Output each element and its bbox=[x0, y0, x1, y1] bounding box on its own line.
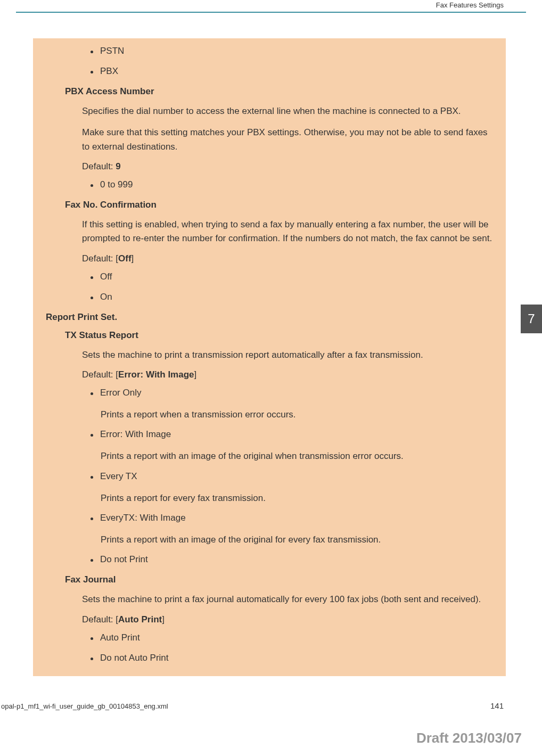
option-label: Do not Print bbox=[100, 554, 148, 565]
list-item: Error Only bbox=[46, 388, 493, 398]
list-item: Do not Auto Print bbox=[46, 653, 493, 663]
option-description: Prints a report when a transmission erro… bbox=[46, 408, 493, 422]
option-label: PBX bbox=[100, 66, 118, 77]
bullet-icon bbox=[91, 184, 93, 187]
content-panel: PSTN PBX PBX Access Number Specifies the… bbox=[33, 38, 506, 676]
header-divider bbox=[16, 12, 526, 13]
default-prefix: Default: bbox=[82, 161, 116, 171]
default-value-line: Default: [Off] bbox=[46, 253, 493, 264]
list-item: On bbox=[46, 292, 493, 302]
footer-page-number: 141 bbox=[490, 701, 504, 710]
bullet-icon bbox=[91, 297, 93, 299]
bullet-icon bbox=[91, 559, 93, 562]
default-suffix: ] bbox=[132, 253, 134, 264]
page-header-title: Fax Features Settings bbox=[436, 0, 504, 12]
option-label: PSTN bbox=[100, 46, 124, 56]
list-item: PSTN bbox=[46, 46, 493, 56]
bullet-icon bbox=[91, 434, 93, 437]
option-label: EveryTX: With Image bbox=[100, 513, 186, 523]
default-prefix: Default: [ bbox=[82, 253, 118, 264]
bullet-icon bbox=[91, 517, 93, 520]
bullet-icon bbox=[91, 476, 93, 479]
report-print-title: Report Print Set. bbox=[27, 312, 493, 323]
bullet-icon bbox=[91, 71, 93, 73]
bullet-icon bbox=[91, 637, 93, 640]
body-text: Make sure that this setting matches your… bbox=[46, 126, 493, 154]
option-label: Error: With Image bbox=[100, 429, 171, 440]
option-label: Error Only bbox=[100, 388, 141, 398]
default-value-line: Default: 9 bbox=[46, 161, 493, 172]
option-label: On bbox=[100, 292, 112, 302]
body-text: Sets the machine to print a fax journal … bbox=[46, 593, 493, 606]
list-item: Auto Print bbox=[46, 632, 493, 643]
bullet-icon bbox=[91, 658, 93, 660]
tx-status-title: TX Status Report bbox=[46, 330, 493, 341]
option-label: Do not Auto Print bbox=[100, 653, 169, 663]
bullet-icon bbox=[91, 276, 93, 279]
option-description: Prints a report with an image of the ori… bbox=[46, 533, 493, 547]
default-prefix: Default: [ bbox=[82, 614, 118, 624]
chapter-tab: 7 bbox=[521, 305, 542, 333]
body-text: Specifies the dial number to access the … bbox=[46, 104, 493, 118]
option-label: Off bbox=[100, 272, 112, 282]
draft-watermark: Draft 2013/03/07 bbox=[416, 730, 522, 746]
list-item: Every TX bbox=[46, 471, 493, 482]
body-text: If this setting is enabled, when trying … bbox=[46, 218, 493, 246]
default-prefix: Default: [ bbox=[82, 369, 118, 380]
body-text: Sets the machine to print a transmission… bbox=[46, 348, 493, 362]
option-label: Every TX bbox=[100, 471, 137, 482]
fax-journal-title: Fax Journal bbox=[46, 574, 493, 585]
option-label: 0 to 999 bbox=[100, 179, 133, 190]
option-description: Prints a report with an image of the ori… bbox=[46, 449, 493, 463]
fax-no-confirm-title: Fax No. Confirmation bbox=[46, 200, 493, 210]
default-suffix: ] bbox=[162, 614, 165, 624]
option-description: Prints a report for every fax transmissi… bbox=[46, 491, 493, 505]
default-value: Error: With Image bbox=[118, 369, 194, 380]
default-value: Auto Print bbox=[118, 614, 162, 624]
footer-filename: opal-p1_mf1_wi-fi_user_guide_gb_00104853… bbox=[1, 702, 168, 710]
option-label: Auto Print bbox=[100, 632, 140, 643]
pbx-access-title: PBX Access Number bbox=[46, 86, 493, 97]
default-value: 9 bbox=[116, 161, 120, 171]
bullet-icon bbox=[91, 51, 93, 53]
default-value-line: Default: [Error: With Image] bbox=[46, 369, 493, 380]
default-suffix: ] bbox=[194, 369, 197, 380]
list-item: Do not Print bbox=[46, 554, 493, 565]
default-value: Off bbox=[118, 253, 132, 264]
list-item: 0 to 999 bbox=[46, 179, 493, 190]
list-item: Error: With Image bbox=[46, 429, 493, 440]
default-value-line: Default: [Auto Print] bbox=[46, 614, 493, 625]
bullet-icon bbox=[91, 392, 93, 395]
list-item: Off bbox=[46, 272, 493, 282]
list-item: PBX bbox=[46, 66, 493, 77]
list-item: EveryTX: With Image bbox=[46, 513, 493, 523]
